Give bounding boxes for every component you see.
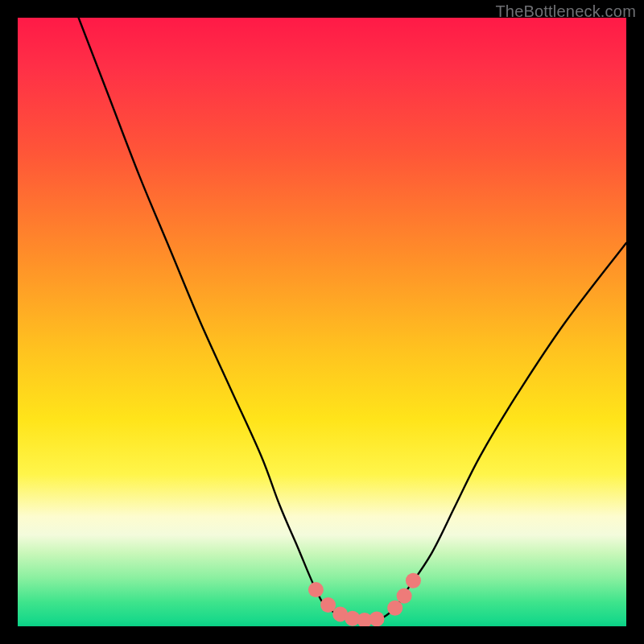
curve-marker (387, 601, 402, 616)
curve-marker (308, 582, 324, 597)
curve-marker (406, 573, 421, 588)
bottleneck-curve (79, 18, 626, 622)
curve-markers (308, 573, 421, 626)
curve-marker (397, 588, 412, 604)
curve-marker (320, 597, 336, 613)
chart-svg (18, 18, 626, 626)
plot-area (18, 18, 626, 626)
curve-marker (369, 611, 385, 626)
chart-frame: TheBottleneck.com (0, 0, 644, 644)
